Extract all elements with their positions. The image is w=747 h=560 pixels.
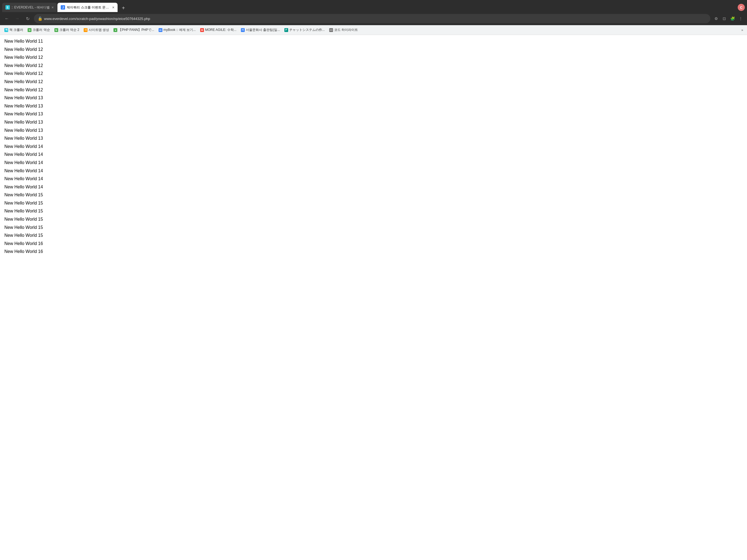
list-item: New Hello World 12: [4, 45, 743, 54]
bookmark-favicon-bm-1: 책: [4, 28, 8, 32]
bookmark-bm-8[interactable]: 서서울문화사 출판팀(일...: [239, 27, 282, 33]
bookmark-favicon-bm-2: N: [28, 28, 31, 32]
bookmark-bm-9[interactable]: チチャットシステムの作...: [282, 27, 327, 33]
list-item: New Hello World 13: [4, 94, 743, 102]
list-item: New Hello World 12: [4, 61, 743, 70]
list-item: New Hello World 15: [4, 199, 743, 207]
bookmark-favicon-bm-8: 서: [241, 28, 245, 32]
bookmark-favicon-bm-10: <>: [329, 28, 333, 32]
list-item: New Hello World 13: [4, 134, 743, 143]
bookmark-bm-2[interactable]: N크롤러 역순: [25, 27, 52, 33]
forward-button[interactable]: →: [13, 15, 21, 23]
browser-chrome: E:: EVERDEVEL - 에버디벨×J제이쿼리 스크롤 이벤트 문서 최하…: [0, 0, 747, 35]
list-item: New Hello World 15: [4, 191, 743, 199]
bookmark-bm-5[interactable]: ●【PHP FANN】PHPで...: [111, 27, 156, 33]
nav-bar: ← → ↻ 🔒 www.everdevel.com/scratch-pad/yo…: [0, 12, 747, 25]
bookmark-favicon-bm-4: 사: [84, 28, 87, 32]
list-item: New Hello World 16: [4, 248, 743, 256]
new-tab-button[interactable]: +: [119, 4, 127, 12]
bookmarks-more-button[interactable]: »: [740, 27, 745, 33]
list-item: New Hello World 15: [4, 215, 743, 223]
list-item: New Hello World 14: [4, 175, 743, 183]
bookmark-label-bm-2: 크롤러 역순: [32, 28, 50, 32]
bookmark-favicon-bm-3: N: [54, 28, 58, 32]
bookmark-bm-7[interactable]: MMORE AGILE: 수학...: [198, 27, 239, 33]
bookmark-bm-1[interactable]: 책책 크롤러: [2, 27, 25, 33]
profile-button[interactable]: C: [738, 4, 745, 11]
list-item: New Hello World 14: [4, 167, 743, 175]
list-item: New Hello World 12: [4, 70, 743, 78]
bookmark-label-bm-1: 책 크롤러: [9, 28, 23, 32]
settings-button[interactable]: ⚙: [713, 15, 720, 22]
tab-label-tab-2: 제이쿼리 스크롤 이벤트 문서 최하단!: [67, 5, 110, 10]
list-item: New Hello World 15: [4, 207, 743, 215]
list-item: New Hello World 13: [4, 118, 743, 126]
list-item: New Hello World 12: [4, 86, 743, 94]
tab-favicon-tab-2: J: [61, 5, 65, 9]
bookmark-label-bm-5: 【PHP FANN】PHPで...: [119, 28, 154, 32]
page-content: New Hello World 11New Hello World 12New …: [0, 35, 747, 560]
list-item: New Hello World 13: [4, 102, 743, 110]
tab-label-tab-1: :: EVERDEVEL - 에버디벨: [11, 5, 50, 10]
tab-favicon-tab-1: E: [5, 5, 10, 9]
url-display: www.everdevel.com/scratch-pad/yowashion/…: [44, 17, 706, 21]
nav-right-buttons: ⚙ ⊡ 🧩 ⋮: [713, 15, 744, 22]
bookmark-label-bm-3: 크롤러 역순 2: [59, 28, 79, 32]
tab-bar-right: C: [738, 4, 745, 12]
reload-button[interactable]: ↻: [24, 15, 32, 23]
vertical-dots-icon: ⋮: [739, 17, 743, 21]
list-item: New Hello World 13: [4, 110, 743, 118]
bookmark-favicon-bm-7: M: [200, 28, 204, 32]
bookmarks-container: 책책 크롤러N크롤러 역순N크롤러 역순 2사사이트맵 생성●【PHP FANN…: [2, 27, 739, 33]
list-item: New Hello World 14: [4, 183, 743, 191]
list-item: New Hello World 16: [4, 239, 743, 248]
address-bar[interactable]: 🔒 www.everdevel.com/scratch-pad/yowashio…: [34, 14, 711, 23]
extensions-button[interactable]: 🧩: [729, 15, 736, 22]
bookmark-favicon-bm-5: ●: [113, 28, 117, 32]
bookmark-label-bm-10: 코드 하이라이트: [334, 28, 358, 32]
list-item: New Hello World 12: [4, 53, 743, 61]
back-button[interactable]: ←: [3, 15, 11, 23]
list-item: New Hello World 15: [4, 223, 743, 232]
list-item: New Hello World 14: [4, 150, 743, 159]
tab-tab-1[interactable]: E:: EVERDEVEL - 에버디벨×: [2, 3, 57, 12]
forward-icon: →: [15, 16, 19, 21]
list-item: New Hello World 11: [4, 37, 743, 45]
more-menu-button[interactable]: ⋮: [737, 15, 744, 22]
bookmark-label-bm-9: チャットシステムの作...: [289, 28, 325, 32]
content-list: New Hello World 11New Hello World 12New …: [4, 37, 743, 256]
extensions-area[interactable]: ⊡: [721, 15, 728, 22]
bookmark-favicon-bm-9: チ: [284, 28, 288, 32]
tab-close-tab-1[interactable]: ×: [51, 5, 54, 9]
bookmark-label-bm-4: 사이트맵 생성: [88, 28, 109, 32]
back-icon: ←: [5, 16, 9, 21]
lock-icon: 🔒: [38, 17, 42, 21]
list-item: New Hello World 14: [4, 143, 743, 151]
list-item: New Hello World 14: [4, 159, 743, 167]
settings-icon: ⚙: [715, 17, 718, 21]
cast-icon: ⊡: [723, 17, 726, 21]
bookmarks-bar: 책책 크롤러N크롤러 역순N크롤러 역순 2사사이트맵 생성●【PHP FANN…: [0, 25, 747, 35]
bookmark-label-bm-8: 서울문화사 출판팀(일...: [246, 28, 280, 32]
bookmark-bm-6[interactable]: mmyBook :: 예제 보기...: [156, 27, 198, 33]
reload-icon: ↻: [26, 16, 29, 21]
tab-tab-2[interactable]: J제이쿼리 스크롤 이벤트 문서 최하단!×: [57, 3, 118, 12]
bookmark-bm-3[interactable]: N크롤러 역순 2: [52, 27, 81, 33]
list-item: New Hello World 13: [4, 126, 743, 134]
list-item: New Hello World 15: [4, 231, 743, 239]
tabs-container: E:: EVERDEVEL - 에버디벨×J제이쿼리 스크롤 이벤트 문서 최하…: [2, 3, 118, 12]
bookmark-label-bm-7: MORE AGILE: 수학...: [205, 28, 236, 32]
tab-close-tab-2[interactable]: ×: [112, 5, 114, 9]
bookmark-bm-10[interactable]: <>코드 하이라이트: [327, 27, 360, 33]
tab-bar: E:: EVERDEVEL - 에버디벨×J제이쿼리 스크롤 이벤트 문서 최하…: [0, 0, 747, 12]
list-item: New Hello World 12: [4, 78, 743, 86]
bookmark-label-bm-6: myBook :: 예제 보기...: [163, 28, 196, 32]
puzzle-icon: 🧩: [730, 17, 735, 21]
bookmark-bm-4[interactable]: 사사이트맵 생성: [81, 27, 111, 33]
bookmark-favicon-bm-6: m: [159, 28, 162, 32]
